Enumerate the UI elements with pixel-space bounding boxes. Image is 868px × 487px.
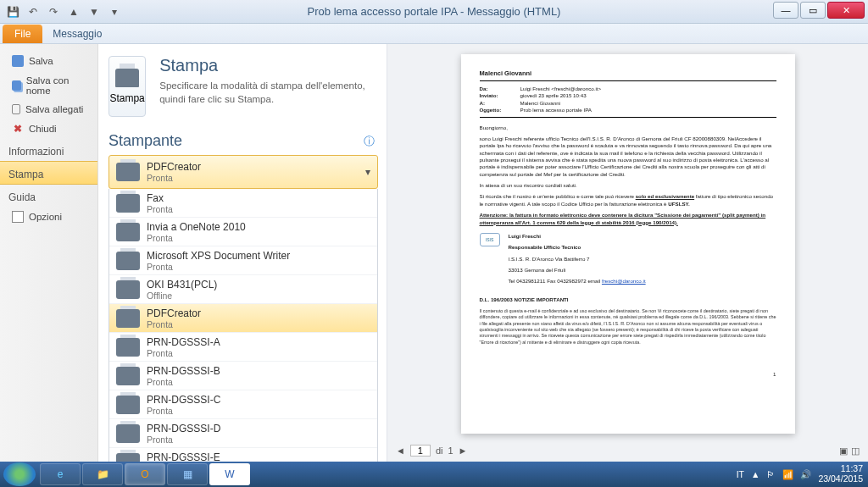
tab-messaggio[interactable]: Messaggio bbox=[42, 25, 112, 43]
tray-network-icon[interactable]: 📶 bbox=[782, 469, 793, 480]
sidebar-item-chiudi[interactable]: ✖Chiudi bbox=[0, 119, 97, 139]
sidebar-item-informazioni[interactable]: Informazioni bbox=[0, 139, 97, 161]
printer-list-item[interactable]: Microsoft XPS Document WriterPronta bbox=[109, 246, 377, 275]
printer-icon bbox=[116, 396, 140, 414]
print-panel: Stampa Stampa Specificare la modalità di… bbox=[98, 44, 387, 462]
printer-icon bbox=[116, 338, 140, 357]
qat-customize-icon[interactable]: ▾ bbox=[107, 4, 122, 19]
taskbar-explorer-icon[interactable]: 📁 bbox=[82, 463, 123, 485]
qat-prev-icon[interactable]: ▲ bbox=[66, 4, 81, 19]
taskbar: e 📁 O ▦ W IT ▲ 🏳 📶 🔊 11:37 23/04/2015 bbox=[0, 462, 868, 487]
printer-list-item[interactable]: FaxPronta bbox=[109, 189, 377, 218]
printer-list: FaxProntaInvia a OneNote 2010ProntaMicro… bbox=[108, 189, 378, 480]
printer-icon bbox=[116, 163, 140, 181]
options-icon bbox=[12, 211, 24, 223]
sidebar-item-opzioni[interactable]: Opzioni bbox=[0, 207, 97, 227]
sidebar-item-salva[interactable]: Salva bbox=[0, 51, 97, 71]
start-button[interactable] bbox=[3, 462, 36, 486]
printer-icon bbox=[116, 424, 140, 443]
info-icon[interactable]: ⓘ bbox=[364, 134, 375, 149]
tray-volume-icon[interactable]: 🔊 bbox=[800, 469, 811, 480]
printer-list-item[interactable]: PRN-DGSSSI-APronta bbox=[109, 333, 377, 362]
tray-clock[interactable]: 11:37 23/04/2015 bbox=[818, 464, 863, 484]
printer-section-label: Stampante bbox=[108, 132, 182, 150]
tray-flag-icon[interactable]: 🏳 bbox=[766, 469, 776, 479]
sidebar-item-salva-con-nome[interactable]: Salva con nome bbox=[0, 71, 97, 100]
print-description: Specificare la modalità di stampa dell'e… bbox=[159, 79, 387, 106]
printer-icon bbox=[116, 309, 140, 328]
printer-list-item[interactable]: PRN-DGSSSI-BPronta bbox=[109, 362, 377, 390]
sidebar-item-stampa[interactable]: Stampa bbox=[0, 161, 97, 185]
printer-list-item[interactable]: PDFCreatorPronta bbox=[109, 304, 377, 333]
taskbar-ie-icon[interactable]: e bbox=[40, 463, 81, 485]
taskbar-outlook-icon[interactable]: O bbox=[125, 463, 165, 485]
printer-list-item[interactable]: PRN-DGSSSI-DPronta bbox=[109, 419, 377, 448]
page-current-input[interactable] bbox=[410, 445, 431, 457]
printer-dropdown[interactable]: PDFCreator Pronta ▾ bbox=[108, 155, 378, 189]
printer-list-item[interactable]: PRN-DGSSSI-CPronta bbox=[109, 390, 377, 419]
printer-icon bbox=[116, 223, 140, 241]
print-title: Stampa bbox=[159, 56, 387, 75]
tab-file[interactable]: File bbox=[3, 25, 42, 43]
close-button[interactable]: ✕ bbox=[827, 2, 865, 19]
backstage-sidebar: Salva Salva con nome Salva allegati ✖Chi… bbox=[0, 44, 98, 462]
printer-icon bbox=[115, 69, 139, 87]
ribbon-tabs: File Messaggio bbox=[0, 24, 868, 44]
save-icon bbox=[12, 55, 24, 67]
printer-icon bbox=[116, 367, 140, 385]
window-titlebar: 💾 ↶ ↷ ▲ ▼ ▾ Prob lema accesso portale IP… bbox=[0, 0, 868, 24]
printer-icon bbox=[116, 280, 140, 299]
print-preview: Malenci Giovanni Da:Luigi Freschi <fresc… bbox=[387, 44, 868, 462]
zoom-fit-icon[interactable]: ▣ bbox=[839, 445, 848, 457]
printer-icon bbox=[116, 252, 140, 270]
close-icon: ✖ bbox=[12, 123, 24, 135]
selected-printer-name: PDFCreator bbox=[147, 161, 201, 173]
save-as-icon bbox=[12, 80, 21, 91]
sidebar-item-salva-allegati[interactable]: Salva allegati bbox=[0, 100, 97, 119]
taskbar-app-icon[interactable]: ▦ bbox=[167, 463, 208, 485]
page-prev-icon[interactable]: ◄ bbox=[396, 445, 405, 456]
qat-save-icon[interactable]: 💾 bbox=[5, 4, 20, 19]
attachment-icon bbox=[12, 104, 20, 114]
tray-up-icon[interactable]: ▲ bbox=[751, 469, 760, 479]
page-next-icon[interactable]: ► bbox=[459, 445, 468, 456]
print-button[interactable]: Stampa bbox=[108, 56, 146, 117]
printer-list-item[interactable]: Invia a OneNote 2010Pronta bbox=[109, 218, 377, 246]
page-navigator: ◄ di 1 ► bbox=[396, 445, 467, 457]
sidebar-item-guida[interactable]: Guida bbox=[0, 185, 97, 207]
chevron-down-icon: ▾ bbox=[365, 166, 370, 178]
preview-page: Malenci Giovanni Da:Luigi Freschi <fresc… bbox=[461, 54, 795, 434]
qat-undo-icon[interactable]: ↶ bbox=[25, 4, 41, 19]
printer-list-item[interactable]: OKI B431(PCL)Offline bbox=[109, 275, 377, 304]
printer-icon bbox=[116, 194, 140, 213]
selected-printer-status: Pronta bbox=[147, 173, 201, 183]
taskbar-word-icon[interactable]: W bbox=[209, 463, 250, 485]
zoom-page-icon[interactable]: ◫ bbox=[851, 445, 860, 457]
minimize-button[interactable]: — bbox=[773, 2, 798, 19]
logo-icon: ISIS bbox=[480, 233, 500, 246]
tray-lang[interactable]: IT bbox=[737, 469, 744, 479]
window-title: Prob lema accesso portale IPA - Messaggi… bbox=[308, 5, 561, 18]
qat-next-icon[interactable]: ▼ bbox=[86, 4, 102, 19]
maximize-button[interactable]: ▭ bbox=[800, 2, 826, 19]
qat-redo-icon[interactable]: ↷ bbox=[46, 4, 61, 19]
zoom-controls[interactable]: ▣ ◫ bbox=[839, 445, 860, 457]
